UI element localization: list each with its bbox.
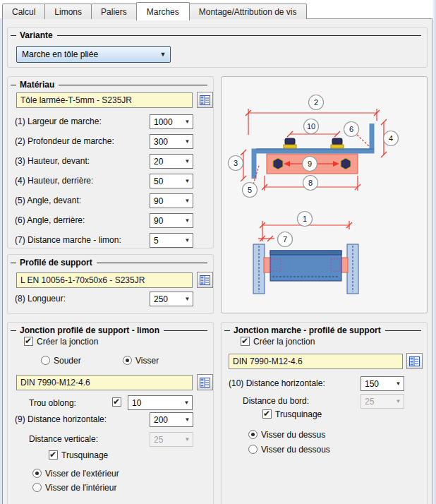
- checkbox-label: Créer la jonction: [37, 337, 98, 347]
- combo-value: 150: [361, 379, 393, 389]
- visser-dessus-radio[interactable]: [248, 430, 258, 439]
- group-jonction-limon-header: Jonction profilé de support - limon: [11, 325, 207, 335]
- tab-label: Calcul: [12, 7, 35, 17]
- group-variante-header: Variante: [11, 30, 421, 40]
- combo-value: 1000: [150, 117, 182, 127]
- group-profile-support: Profilé de support L EN 10056-1-70x50x6 …: [7, 254, 214, 314]
- checkbox-label: Trusquinage: [275, 409, 322, 419]
- angle-derriere-combo[interactable]: 90▼: [150, 213, 193, 228]
- tab-montage[interactable]: Montage/Attribution de vis: [189, 4, 307, 19]
- chevron-down-icon: ▼: [182, 217, 193, 224]
- chevron-down-icon: ▼: [182, 158, 193, 164]
- combo-value: 300: [150, 137, 182, 147]
- tab-limons[interactable]: Limons: [44, 4, 92, 19]
- trusquinage-checkbox[interactable]: [49, 450, 58, 460]
- field-label: Trou oblong:: [29, 398, 76, 408]
- distance-marche-limon-combo[interactable]: 5▼: [150, 233, 193, 248]
- group-materiau-header: Matériau: [11, 80, 207, 90]
- table-browse-icon: [409, 356, 420, 366]
- step-diagram-panel: 2 10 6 4 3 9 8 5 1 7: [221, 76, 428, 313]
- chevron-down-icon: ▼: [181, 400, 192, 406]
- visser-radio[interactable]: [123, 356, 132, 365]
- radio-label: Souder: [54, 356, 81, 366]
- diagram-label-8: 8: [308, 179, 313, 187]
- tab-marches[interactable]: Marches: [136, 2, 190, 20]
- table-browse-icon: [200, 275, 210, 285]
- material-field[interactable]: Tôle larmée-T-5mm - S235JR: [16, 92, 193, 108]
- variante-dropdown[interactable]: Marche en tôle pliée ▼: [16, 46, 171, 63]
- field-label: (3) Hauteur, devant:: [15, 156, 90, 166]
- group-materiau: Matériau Tôle larmée-T-5mm - S235JR (1) …: [7, 76, 214, 248]
- combo-value: 25: [150, 435, 182, 445]
- radio-label: Visser du dessous: [261, 445, 330, 455]
- bolt-icon: [332, 138, 342, 145]
- hauteur-devant-combo[interactable]: 20▼: [150, 154, 193, 169]
- diagram-label-10: 10: [307, 122, 315, 131]
- distance-horizontale-combo[interactable]: 150▼: [361, 376, 404, 391]
- profile-browse-button[interactable]: [197, 272, 213, 288]
- trusquinage-checkbox[interactable]: [262, 409, 272, 419]
- visser-interieur-radio[interactable]: [32, 483, 42, 492]
- angle-devant-combo[interactable]: 90▼: [150, 193, 193, 208]
- bolt-icon: [285, 138, 295, 145]
- checkbox-label: Trusquinage: [61, 450, 108, 460]
- combo-value: 20: [150, 157, 182, 167]
- variante-dropdown-value: Marche en tôle pliée: [17, 49, 156, 59]
- radio-label: Visser du dessus: [261, 430, 325, 440]
- boulon-browse-button[interactable]: [197, 374, 213, 390]
- distance-horizontale-combo[interactable]: 200▼: [150, 412, 193, 427]
- chevron-down-icon: ▼: [182, 178, 193, 184]
- group-title: Matériau: [20, 80, 54, 90]
- field-label: (4) Hauteur, derrière:: [15, 176, 93, 186]
- radio-label: Visser de l'extérieur: [45, 469, 119, 479]
- visser-dessous-radio[interactable]: [248, 445, 258, 454]
- distance-verticale-combo: 25▼: [150, 432, 193, 447]
- creer-jonction-checkbox[interactable]: [241, 337, 250, 346]
- profondeur-marche-combo[interactable]: 300▼: [150, 134, 193, 149]
- field-label: Distance du bord:: [243, 396, 309, 406]
- field-label: Distance verticale:: [29, 434, 98, 444]
- tab-paliers[interactable]: Paliers: [91, 4, 137, 19]
- hex-bolt-icon: [341, 158, 351, 169]
- group-title: Jonction profilé de support - limon: [20, 325, 159, 335]
- table-browse-icon: [200, 378, 210, 388]
- chevron-down-icon: ▼: [182, 198, 193, 204]
- boulon-browse-button[interactable]: [406, 353, 423, 369]
- material-browse-button[interactable]: [197, 92, 213, 108]
- group-variante: Variante Marche en tôle pliée ▼: [7, 27, 428, 68]
- profile-field[interactable]: L EN 10056-1-70x50x6 - S235JR: [16, 272, 193, 288]
- diagram-label-3: 3: [234, 159, 238, 167]
- largeur-marche-combo[interactable]: 1000▼: [150, 114, 193, 129]
- checkbox-label: Créer la jonction: [253, 337, 315, 347]
- combo-value: 90: [150, 216, 182, 226]
- group-jonction-marche: Jonction marche - profilé de support Cré…: [221, 322, 428, 504]
- tab-label: Paliers: [101, 7, 127, 17]
- radio-label: Visser: [135, 356, 159, 366]
- tab-calcul[interactable]: Calcul: [2, 4, 45, 19]
- distance-bord-combo: 25▼: [361, 394, 404, 409]
- chevron-down-icon: ▼: [393, 398, 404, 404]
- longueur-combo[interactable]: 250▼: [150, 292, 193, 306]
- combo-value: 5: [150, 236, 182, 246]
- chevron-down-icon: ▼: [156, 51, 170, 58]
- diagram-label-9: 9: [308, 160, 312, 168]
- combo-value: 25: [361, 397, 393, 407]
- creer-jonction-checkbox[interactable]: [24, 337, 33, 346]
- field-label: (10) Distance horizontale:: [229, 378, 325, 388]
- group-jonction-marche-header: Jonction marche - profilé de support: [224, 325, 421, 335]
- tab-label: Marches: [147, 7, 179, 17]
- combo-value: 10: [128, 398, 181, 408]
- combo-value: 200: [150, 415, 182, 425]
- diagram-label-4: 4: [389, 134, 393, 143]
- hauteur-derriere-combo[interactable]: 50▼: [150, 174, 193, 188]
- visser-exterieur-radio[interactable]: [32, 469, 42, 478]
- marches-dialog: Calcul Limons Paliers Marches Montage/At…: [0, 0, 436, 504]
- diagram-label-2: 2: [314, 98, 318, 107]
- souder-radio[interactable]: [41, 356, 50, 365]
- window-edge: [432, 0, 436, 504]
- trou-oblong-checkbox[interactable]: [112, 397, 121, 407]
- trou-oblong-combo[interactable]: 10▼: [128, 395, 193, 410]
- combo-value: 90: [150, 196, 182, 206]
- boulon-field[interactable]: DIN 7990-M12-4.6: [229, 354, 403, 369]
- boulon-field[interactable]: DIN 7990-M12-4.6: [16, 375, 193, 390]
